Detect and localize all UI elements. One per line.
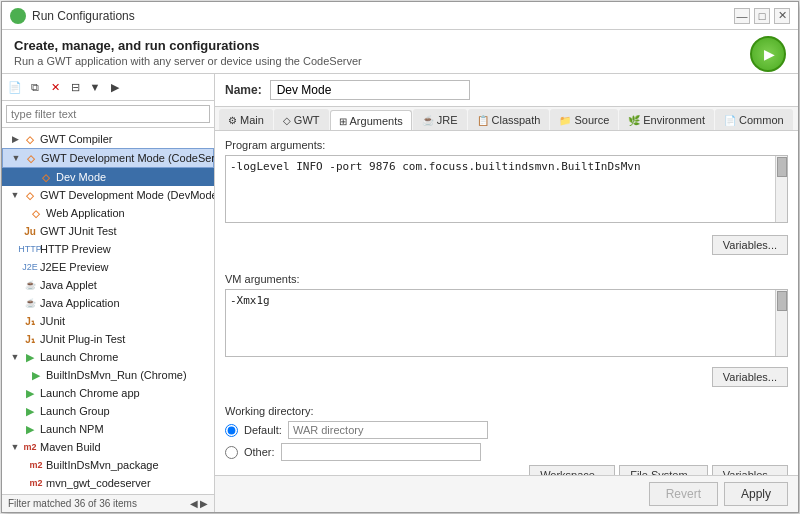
tree-item-gwt-dev-codeserv[interactable]: ▼ ◇ GWT Development Mode (CodeServ xyxy=(2,148,214,168)
tab-common[interactable]: 📄 Common xyxy=(715,109,793,130)
vm-args-label: VM arguments: xyxy=(225,273,788,285)
other-dir-row: Other: xyxy=(225,443,788,461)
other-dir-input[interactable] xyxy=(281,443,481,461)
working-dir-label: Working directory: xyxy=(225,405,788,417)
tree-item-mvn-gwt-codeserver[interactable]: m2 mvn_gwt_codeserver xyxy=(2,474,214,492)
tree-item-java-application[interactable]: ☕ Java Application xyxy=(2,294,214,312)
default-dir-input[interactable] xyxy=(288,421,488,439)
scroll-buttons: ◀ ▶ xyxy=(190,498,208,509)
apply-button[interactable]: Apply xyxy=(724,482,788,506)
expand-icon: ▶ xyxy=(10,134,20,144)
vm-args-variables-button[interactable]: Variables... xyxy=(712,367,788,387)
tree-item-gwt-compiler[interactable]: ▶ ◇ GWT Compiler xyxy=(2,130,214,148)
tab-label: Arguments xyxy=(350,115,403,127)
tree-item-http-preview[interactable]: HTTP HTTP Preview xyxy=(2,240,214,258)
tree-label: HTTP Preview xyxy=(40,243,111,255)
gwt-icon: ◇ xyxy=(24,151,38,165)
tree-label: GWT Development Mode (DevMode xyxy=(40,189,214,201)
tab-gwt[interactable]: ◇ GWT xyxy=(274,109,329,130)
tree-item-launch-npm[interactable]: ▶ Launch NPM xyxy=(2,420,214,438)
filter-button[interactable]: ⊟ xyxy=(66,78,84,96)
run-icon xyxy=(10,8,26,24)
new-config-button[interactable]: 📄 xyxy=(6,78,24,96)
program-args-label: Program arguments: xyxy=(225,139,788,151)
tab-arguments[interactable]: ⊞ Arguments xyxy=(330,110,412,131)
vm-args-container: -Xmx1g xyxy=(225,289,788,357)
tab-classpath[interactable]: 📋 Classpath xyxy=(468,109,550,130)
vm-args-input[interactable]: -Xmx1g xyxy=(226,290,773,354)
run-button[interactable] xyxy=(750,36,786,72)
tab-jre[interactable]: ☕ JRE xyxy=(413,109,467,130)
expand-icon: ▼ xyxy=(10,190,20,200)
workdir-variables-button[interactable]: Variables... xyxy=(712,465,788,475)
window-controls[interactable]: — □ ✕ xyxy=(734,8,790,24)
delete-button[interactable]: ✕ xyxy=(46,78,64,96)
name-label: Name: xyxy=(225,83,262,97)
tree-label: GWT Compiler xyxy=(40,133,113,145)
sidebar: 📄 ⧉ ✕ ⊟ ▼ ▶ ▶ ◇ GWT Compiler ▼ ◇ xyxy=(2,74,215,512)
scroll-down-button[interactable]: ▶ xyxy=(200,498,208,509)
program-args-scrollbar[interactable] xyxy=(775,156,787,222)
tree-item-gwt-junit[interactable]: Ju GWT JUnit Test xyxy=(2,222,214,240)
tree-label: Web Application xyxy=(46,207,125,219)
tree-item-builtindsmvn-package[interactable]: m2 BuiltInDsMvn_package xyxy=(2,456,214,474)
environment-tab-icon: 🌿 xyxy=(628,115,640,126)
main-content: 📄 ⧉ ✕ ⊟ ▼ ▶ ▶ ◇ GWT Compiler ▼ ◇ xyxy=(2,74,798,512)
tree-label: Launch NPM xyxy=(40,423,104,435)
tree-item-junit[interactable]: J₁ JUnit xyxy=(2,312,214,330)
filesystem-button[interactable]: File System... xyxy=(619,465,708,475)
sidebar-footer: Filter matched 36 of 36 items ◀ ▶ xyxy=(2,494,214,512)
revert-button[interactable]: Revert xyxy=(649,482,718,506)
tree-label: BuiltInDsMvn_Run (Chrome) xyxy=(46,369,187,381)
tab-main[interactable]: ⚙ Main xyxy=(219,109,273,130)
tree-item-builtindsmvn-chrome[interactable]: ▶ BuiltInDsMvn_Run (Chrome) xyxy=(2,366,214,384)
tree-label: Maven Build xyxy=(40,441,101,453)
working-dir-section: Working directory: Default: Other: Works… xyxy=(225,405,788,475)
tree-item-launch-chrome-app[interactable]: ▶ Launch Chrome app xyxy=(2,384,214,402)
tree-item-java-applet[interactable]: ☕ Java Applet xyxy=(2,276,214,294)
minimize-button[interactable]: — xyxy=(734,8,750,24)
name-input[interactable] xyxy=(270,80,470,100)
tree-item-dev-mode[interactable]: ◇ Dev Mode xyxy=(2,168,214,186)
tab-label: Source xyxy=(574,114,609,126)
default-radio[interactable] xyxy=(225,424,238,437)
scroll-up-button[interactable]: ◀ xyxy=(190,498,198,509)
other-radio[interactable] xyxy=(225,446,238,459)
expand-icon xyxy=(18,172,28,182)
scrollbar-thumb[interactable] xyxy=(777,157,787,177)
collapse-all-button[interactable]: ▶ xyxy=(106,78,124,96)
expand-all-button[interactable]: ▼ xyxy=(86,78,104,96)
tree-item-launch-chrome[interactable]: ▼ ▶ Launch Chrome xyxy=(2,348,214,366)
duplicate-button[interactable]: ⧉ xyxy=(26,78,44,96)
maximize-button[interactable]: □ xyxy=(754,8,770,24)
tree-item-web-app[interactable]: ◇ Web Application xyxy=(2,204,214,222)
workspace-button[interactable]: Workspace... xyxy=(529,465,615,475)
header-subtitle: Run a GWT application with any server or… xyxy=(14,55,786,67)
tree-item-gwt-dev-devmode[interactable]: ▼ ◇ GWT Development Mode (DevMode xyxy=(2,186,214,204)
vm-args-scrollbar[interactable] xyxy=(775,290,787,356)
main-tab-icon: ⚙ xyxy=(228,115,237,126)
tree-label: Launch Chrome app xyxy=(40,387,140,399)
expand-icon: ▼ xyxy=(10,442,20,452)
tree-item-maven-build[interactable]: ▼ m2 Maven Build xyxy=(2,438,214,456)
tree-item-j2ee-preview[interactable]: J2E J2EE Preview xyxy=(2,258,214,276)
close-button[interactable]: ✕ xyxy=(774,8,790,24)
tree-item-junit-plugin[interactable]: J₁ JUnit Plug-in Test xyxy=(2,330,214,348)
filter-input[interactable] xyxy=(6,105,210,123)
tab-label: Main xyxy=(240,114,264,126)
program-args-input[interactable]: -logLevel INFO -port 9876 com.focuss.bui… xyxy=(226,156,773,220)
tree-label: Launch Group xyxy=(40,405,110,417)
tree-label: BuiltInDsMvn_package xyxy=(46,459,159,471)
tree-item-launch-group[interactable]: ▶ Launch Group xyxy=(2,402,214,420)
tab-source[interactable]: 📁 Source xyxy=(550,109,618,130)
maven-icon: m2 xyxy=(23,440,37,454)
sidebar-toolbar: 📄 ⧉ ✕ ⊟ ▼ ▶ xyxy=(2,74,214,101)
program-args-area: -logLevel INFO -port 9876 com.focuss.bui… xyxy=(225,155,788,229)
tab-environment[interactable]: 🌿 Environment xyxy=(619,109,714,130)
header: Create, manage, and run configurations R… xyxy=(2,30,798,74)
window-title: Run Configurations xyxy=(32,9,135,23)
tree-label: Launch Chrome xyxy=(40,351,118,363)
tree-label: JUnit xyxy=(40,315,65,327)
scrollbar-thumb-vm[interactable] xyxy=(777,291,787,311)
program-args-variables-button[interactable]: Variables... xyxy=(712,235,788,255)
